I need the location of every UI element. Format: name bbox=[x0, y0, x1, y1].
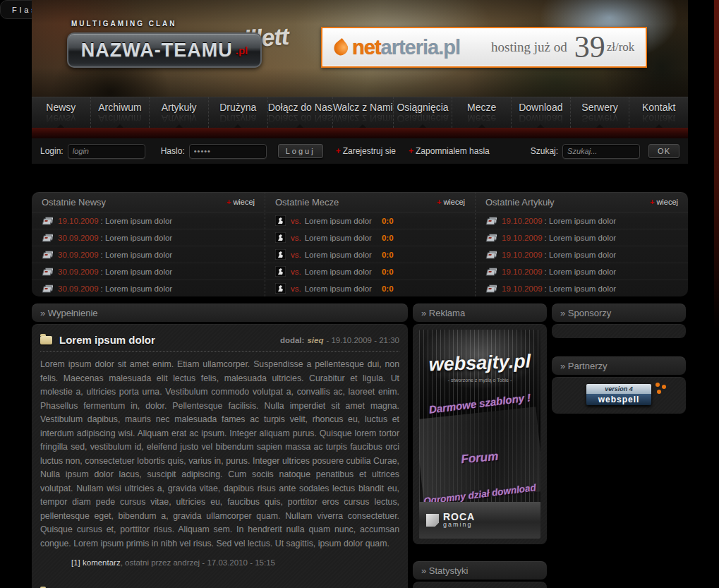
news-title: : Lorem ipsum dolor bbox=[101, 268, 173, 276]
websajty-brand: websajty.pl bbox=[419, 350, 540, 376]
webspell-partner-badge[interactable]: version 4 webspell bbox=[586, 384, 651, 405]
nav-item-walcz-z-nami[interactable]: Walcz z NamiWalcz z Nami bbox=[332, 97, 393, 128]
nav-item-druzyna[interactable]: DrużynaDrużyna bbox=[208, 97, 267, 128]
section-header-sponsorzy: » Sponsorzy bbox=[552, 304, 686, 322]
news-list-item[interactable]: 19.10.2009: Lorem ipsum dolor bbox=[32, 212, 265, 229]
more-label: wiecej bbox=[443, 198, 465, 206]
nav-item-osiagniecia[interactable]: OsiągnięciaOsiągnięcia bbox=[393, 97, 452, 128]
match-list-item[interactable]: vs.Lorem ipsum dolor0:0 bbox=[265, 229, 475, 246]
news-title: : Lorem ipsum dolor bbox=[101, 234, 173, 242]
articles-more-link[interactable]: +wiecej bbox=[650, 198, 678, 206]
flame-icon bbox=[332, 38, 351, 56]
opponent-name: Lorem ipsum dolor bbox=[305, 268, 372, 276]
nav-item-download[interactable]: DownloadDownload bbox=[511, 97, 570, 128]
nav-label: Dołącz do Nas bbox=[268, 102, 332, 113]
nav-item-dolacz-do-nas[interactable]: Dołącz do NasDołącz do Nas bbox=[267, 97, 332, 128]
news-list-item[interactable]: 30.09.2009: Lorem ipsum dolor bbox=[32, 229, 265, 246]
vs-label: vs. bbox=[291, 217, 301, 225]
article-icon bbox=[485, 217, 497, 225]
nav-item-newsy[interactable]: NewsyNewsy bbox=[32, 97, 90, 128]
news-list-item[interactable]: 30.09.2009: Lorem ipsum dolor bbox=[32, 263, 265, 280]
main-navigation: NewsyNewsy ArchiwumArchiwum ArtykułyArty… bbox=[32, 97, 688, 128]
dotted-divider bbox=[40, 351, 399, 352]
news-icon bbox=[42, 284, 53, 293]
article-list-item[interactable]: 19.10.2009: Lorem ipsum dolor bbox=[476, 212, 688, 229]
nav-item-kontakt[interactable]: KontaktKontakt bbox=[629, 97, 688, 128]
ad-text: hosting już od bbox=[491, 40, 567, 55]
websajty-footer: ROCA gaming bbox=[419, 502, 540, 539]
search-ok-button[interactable]: OK bbox=[648, 144, 679, 158]
news-icon bbox=[42, 234, 53, 242]
article-list-item[interactable]: 19.10.2009: Lorem ipsum dolor bbox=[476, 263, 688, 280]
sidebar-partners: » Sponsorzy » Partnerzy version 4 webspe… bbox=[552, 304, 686, 414]
nav-item-artykuly[interactable]: ArtykułyArtykuły bbox=[149, 97, 208, 128]
article-date: 19.10.2009 bbox=[502, 284, 543, 293]
news-list-item[interactable]: 30.09.2009: Lorem ipsum dolor bbox=[32, 280, 265, 296]
nav-label-reflection: Download bbox=[519, 113, 562, 124]
nav-item-serwery[interactable]: SerwerySerwery bbox=[570, 97, 629, 128]
comments-link[interactable]: [1] komentarz bbox=[71, 558, 121, 567]
websajty-ad-banner[interactable]: websajty.pl - stworzone z myślą o Tobie … bbox=[419, 330, 540, 539]
plus-icon: + bbox=[336, 146, 341, 156]
article-list-item[interactable]: 19.10.2009: Lorem ipsum dolor bbox=[476, 229, 688, 246]
news-date: 30.09.2009 bbox=[58, 251, 99, 259]
post-date: - 19.10.2009 - 21:30 bbox=[326, 336, 399, 344]
nav-label: Download bbox=[519, 102, 562, 113]
article-list-item[interactable]: 19.10.2009: Lorem ipsum dolor bbox=[476, 246, 688, 263]
login-label: Login: bbox=[40, 146, 64, 156]
news-title: : Lorem ipsum dolor bbox=[101, 284, 173, 293]
nav-label-reflection: Newsy bbox=[46, 113, 75, 124]
matches-more-link[interactable]: +wiecej bbox=[437, 198, 465, 206]
nav-label-reflection: Artykuły bbox=[162, 113, 197, 124]
hosting-ad-banner[interactable]: net arteria.pl hosting już od 39 zł/rok bbox=[321, 27, 647, 68]
sponsorzy-title: » Sponsorzy bbox=[560, 308, 611, 318]
nav-label-reflection: Osiągnięcia bbox=[397, 113, 448, 124]
game-icon bbox=[275, 232, 286, 243]
news-list-item[interactable]: 30.09.2009: Lorem ipsum dolor bbox=[32, 246, 265, 263]
post-author[interactable]: sieq bbox=[307, 336, 323, 344]
search-input[interactable] bbox=[562, 144, 640, 159]
article-title: : Lorem ipsum dolor bbox=[545, 234, 617, 242]
nav-label: Archiwum bbox=[98, 102, 141, 113]
match-list-item[interactable]: vs.Lorem ipsum dolor0:0 bbox=[265, 212, 475, 229]
section-header-statystyki: » Statystyki bbox=[413, 561, 547, 580]
nav-label-reflection: Dołącz do Nas bbox=[268, 113, 332, 124]
plus-icon: + bbox=[409, 146, 413, 156]
vs-label: vs. bbox=[291, 284, 301, 293]
login-button[interactable]: Loguj bbox=[278, 144, 323, 158]
article-list-item[interactable]: 19.10.2009: Lorem ipsum dolor bbox=[476, 280, 688, 296]
post-title[interactable]: Lorem ipsum dolor bbox=[59, 334, 155, 346]
login-input[interactable] bbox=[68, 144, 145, 159]
latest-articles-title: Ostatnie Artykuły bbox=[485, 197, 555, 208]
register-label: Zarejestruj sie bbox=[343, 146, 396, 156]
plus-icon: + bbox=[437, 198, 441, 206]
article-date: 19.10.2009 bbox=[502, 217, 543, 225]
forgot-password-link[interactable]: +Zapomnialem hasla bbox=[409, 146, 490, 156]
match-list-item[interactable]: vs.Lorem ipsum dolor0:0 bbox=[265, 280, 475, 296]
nav-item-archiwum[interactable]: ArchiwumArchiwum bbox=[90, 97, 150, 128]
roca-sub: gaming bbox=[443, 521, 475, 528]
register-link[interactable]: +Zarejestruj sie bbox=[336, 146, 396, 156]
sidebar-ads: » Reklama websajty.pl - stworzone z myśl… bbox=[413, 304, 547, 588]
game-icon bbox=[275, 215, 286, 226]
clan-logo[interactable]: NAZWA-TEAMU .pl bbox=[67, 32, 262, 68]
partnerzy-title: » Partnerzy bbox=[560, 361, 607, 371]
nav-label: Osiągnięcia bbox=[397, 102, 448, 113]
main-content: » Wypełnienie Lorem ipsum dolor dodal:si… bbox=[32, 304, 408, 588]
article-date: 19.10.2009 bbox=[502, 251, 543, 259]
opponent-name: Lorem ipsum dolor bbox=[305, 217, 372, 225]
section-header-reklama: » Reklama bbox=[413, 304, 547, 322]
match-score: 0:0 bbox=[382, 234, 394, 242]
article-title: : Lorem ipsum dolor bbox=[545, 268, 617, 276]
opponent-name: Lorem ipsum dolor bbox=[305, 234, 372, 242]
match-score: 0:0 bbox=[382, 217, 394, 225]
news-posts-panel: Lorem ipsum dolor dodal:sieq- 19.10.2009… bbox=[32, 324, 408, 588]
nav-item-mecze[interactable]: MeczeMecze bbox=[452, 97, 511, 128]
latest-news-title: Ostatnie Newsy bbox=[42, 197, 106, 208]
match-list-item[interactable]: vs.Lorem ipsum dolor0:0 bbox=[265, 246, 475, 263]
news-more-link[interactable]: +wiecej bbox=[226, 198, 255, 206]
latest-articles-column: Ostatnie Artykuły +wiecej 19.10.2009: Lo… bbox=[475, 192, 688, 296]
password-input[interactable] bbox=[189, 144, 267, 159]
roca-brand: ROCA bbox=[443, 513, 475, 521]
match-list-item[interactable]: vs.Lorem ipsum dolor0:0 bbox=[265, 263, 475, 280]
